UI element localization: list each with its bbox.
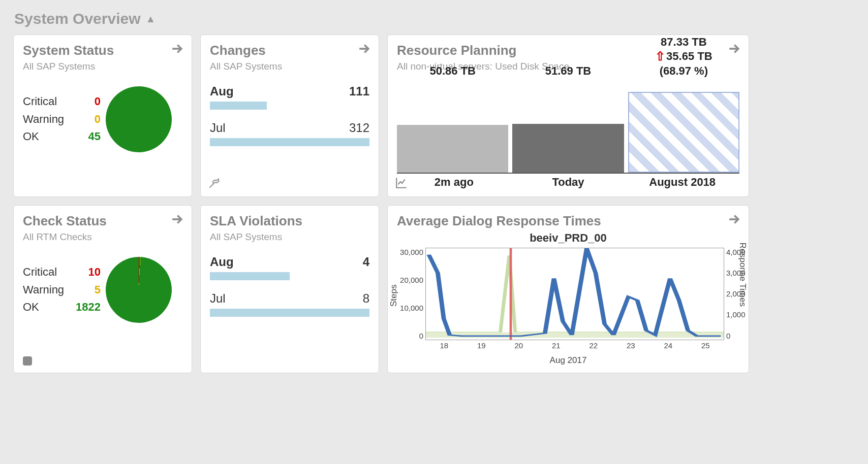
bar-category: Today [511,176,626,189]
bar-value: 4 [363,255,369,269]
bar-label: Jul [210,291,226,306]
card-resource-planning: Resource Planning All non-virtual server… [387,35,749,197]
line-chart-icon[interactable] [395,176,408,191]
pie-chart-icon [106,257,172,323]
card-check-status: Check Status All RTM Checks Critical10 W… [13,205,192,373]
arrow-up-icon: ⇧ [655,49,665,64]
open-arrow-icon[interactable] [169,41,184,58]
open-arrow-icon[interactable] [356,41,371,58]
card-subtitle: All SAP Systems [210,231,369,243]
caret-up-icon: ▲ [145,13,156,25]
screwdriver-icon[interactable] [208,176,221,191]
card-avg-response: Average Dialog Response Times beeiv_PRD_… [387,205,749,373]
status-label: OK [23,299,71,316]
bar-category: 2m ago [397,176,511,189]
bar-value: 312 [349,121,369,135]
status-label: OK [23,128,71,145]
card-system-status: System Status All SAP Systems Critical0 … [13,35,192,197]
stop-icon[interactable] [23,356,32,366]
card-subtitle: All SAP Systems [23,61,182,72]
open-arrow-icon[interactable] [169,212,184,229]
card-changes: Changes All SAP Systems Aug111 Jul312 [200,35,379,197]
card-title: SLA Violations [210,214,369,228]
bar-top-label: 87.33 TB ⇧35.65 TB (68.97 %) [628,35,739,78]
bar-top-label: 51.69 TB [512,64,624,78]
open-arrow-icon[interactable] [726,212,741,229]
bar-value: 111 [349,84,369,98]
section-header[interactable]: System Overview ▲ [14,10,855,27]
card-title: System Status [23,43,182,58]
bar-label: Jul [210,121,226,135]
delta-value: 35.65 TB [666,49,712,63]
bar-icon [210,309,369,317]
bar-category: August 2018 [625,176,739,189]
x-axis-label: Aug 2017 [397,355,739,366]
card-subtitle: All SAP Systems [210,61,369,72]
status-value-ok: 1822 [71,299,101,316]
status-value-critical: 10 [71,263,101,281]
status-value-ok: 45 [71,128,101,145]
bar-icon [210,138,369,146]
status-value-critical: 0 [71,93,101,110]
status-value-warning: 5 [71,281,101,299]
bar-value: 8 [363,291,369,306]
delta-pct: (68.97 %) [628,64,739,78]
bar-top-label: 50.86 TB [397,64,508,78]
bar-label: Aug [210,255,234,269]
resource-bar-chart: 50.86 TB 51.69 TB 87.33 TB ⇧35.65 TB (68… [397,81,739,174]
bar-top-value: 87.33 TB [628,35,739,49]
section-title: System Overview [14,10,140,27]
card-title: Average Dialog Response Times [397,214,739,228]
card-sla-violations: SLA Violations All SAP Systems Aug4 Jul8 [200,205,379,373]
bar-icon [210,102,267,110]
y-ticks-right: 4,0003,0002,0001,0000 [726,248,751,340]
status-label: Warning [23,281,71,299]
bar-icon [210,272,290,280]
card-subtitle: All RTM Checks [23,231,182,243]
chart-title: beeiv_PRD_00 [397,231,739,245]
status-list: Critical10 Warning5 OK1822 [23,263,101,315]
pie-chart-icon [106,86,172,152]
card-title: Check Status [23,214,182,228]
x-ticks: 1819202122232425 [425,341,724,354]
svg-rect-0 [426,332,724,338]
line-chart [425,248,724,340]
y-ticks-left: 30,00020,00010,0000 [397,248,423,340]
status-value-warning: 0 [71,111,101,128]
status-label: Warning [23,111,71,128]
status-list: Critical0 Warning0 OK45 [23,93,101,145]
bar-label: Aug [210,84,234,98]
status-label: Critical [23,263,71,281]
card-title: Changes [210,43,369,58]
status-label: Critical [23,93,71,110]
